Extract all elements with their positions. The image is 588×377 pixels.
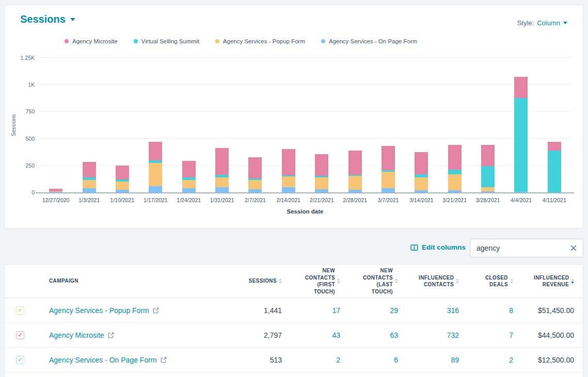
bar-segment[interactable] bbox=[481, 145, 495, 166]
bar-segment[interactable] bbox=[149, 142, 162, 160]
bar-segment[interactable] bbox=[83, 162, 96, 177]
bar-slot bbox=[338, 58, 371, 192]
bar-1/24/2021[interactable] bbox=[182, 161, 196, 192]
row-checkbox[interactable]: ✓ bbox=[16, 306, 24, 315]
bar-2/21/2021[interactable] bbox=[315, 154, 328, 192]
bar-segment[interactable] bbox=[182, 188, 196, 192]
column-header-label: SESSIONS bbox=[249, 277, 277, 285]
metric-link[interactable]: 89 bbox=[398, 356, 459, 364]
bar-segment[interactable] bbox=[248, 157, 262, 178]
column-header-new_contacts_last_touch[interactable]: NEW CONTACTS (LAST TOUCH) bbox=[340, 267, 398, 295]
bar-segment[interactable] bbox=[83, 180, 96, 189]
legend-item[interactable]: Agency Services - Popup Form bbox=[215, 38, 305, 44]
metric-link[interactable]: 6 bbox=[340, 356, 398, 364]
cell-new_contacts_last_touch: 29 bbox=[340, 306, 398, 315]
sort-asc-icon bbox=[571, 278, 574, 281]
bar-segment[interactable] bbox=[282, 176, 295, 187]
legend-dot-icon bbox=[321, 39, 325, 43]
bar-12/27/2020[interactable] bbox=[49, 189, 62, 192]
cell-influenced_revenue: $44,500.00 bbox=[513, 331, 583, 339]
metric-link[interactable]: 29 bbox=[340, 306, 398, 315]
plot-area: Sessions 12/27/20201/3/20211/10/20211/17… bbox=[39, 58, 571, 192]
bar-2/28/2021[interactable] bbox=[348, 151, 362, 192]
x-tick-label: 3/21/2021 bbox=[438, 197, 471, 203]
bar-segment[interactable] bbox=[382, 172, 395, 188]
bar-segment[interactable] bbox=[382, 188, 395, 192]
bar-segment[interactable] bbox=[548, 151, 561, 192]
bar-2/14/2021[interactable] bbox=[282, 149, 295, 192]
bar-segment[interactable] bbox=[514, 77, 528, 99]
y-tick-250: 250 bbox=[25, 162, 35, 169]
close-icon[interactable] bbox=[570, 244, 577, 252]
column-header-closed_deals[interactable]: CLOSED DEALS bbox=[459, 274, 513, 288]
bar-segment[interactable] bbox=[116, 166, 129, 179]
bar-segment[interactable] bbox=[182, 161, 196, 177]
bar-1/17/2021[interactable] bbox=[149, 142, 162, 192]
metric-link[interactable]: 63 bbox=[340, 331, 398, 339]
bar-1/3/2021[interactable] bbox=[83, 162, 96, 192]
bar-3/7/2021[interactable] bbox=[382, 146, 395, 192]
campaign-link[interactable]: Agency Microsite bbox=[49, 331, 114, 339]
row-checkbox[interactable]: ✓ bbox=[16, 356, 24, 364]
bar-segment[interactable] bbox=[315, 177, 328, 189]
bar-slot bbox=[438, 58, 471, 192]
metric-link[interactable]: 2 bbox=[282, 356, 340, 364]
legend-item[interactable]: Agency Services - On Page Form bbox=[321, 38, 417, 44]
metric-link[interactable]: 17 bbox=[282, 306, 340, 315]
column-header-influenced_contacts[interactable]: INFLUENCED CONTACTS bbox=[398, 274, 459, 288]
column-header-new_contacts_first_touch[interactable]: NEW CONTACTS (FIRST TOUCH) bbox=[282, 267, 340, 295]
bar-segment[interactable] bbox=[448, 170, 462, 174]
bar-2/7/2021[interactable] bbox=[248, 157, 262, 192]
bar-4/4/2021[interactable] bbox=[514, 77, 528, 192]
bar-segment[interactable] bbox=[514, 98, 528, 192]
sessions-chart-card: Sessions Style: Column Agency MicrositeV… bbox=[4, 5, 583, 228]
metric-link[interactable]: 43 bbox=[282, 331, 340, 339]
bar-1/10/2021[interactable] bbox=[116, 166, 129, 192]
bar-3/14/2021[interactable] bbox=[415, 152, 428, 192]
style-dropdown[interactable]: Column bbox=[537, 19, 567, 27]
bar-segment[interactable] bbox=[149, 163, 162, 186]
bar-segment[interactable] bbox=[382, 146, 395, 170]
bar-segment[interactable] bbox=[415, 177, 428, 190]
column-header-sessions[interactable]: SESSIONS bbox=[201, 277, 282, 285]
edit-columns-button[interactable]: Edit columns bbox=[410, 243, 466, 251]
bar-4/11/2021[interactable] bbox=[548, 142, 561, 192]
search-input[interactable] bbox=[470, 244, 570, 252]
page-title: Sessions bbox=[20, 13, 66, 25]
bar-3/28/2021[interactable] bbox=[481, 145, 495, 192]
metric-link[interactable]: 2 bbox=[459, 356, 513, 364]
bar-segment[interactable] bbox=[248, 180, 262, 189]
column-header-label: CLOSED DEALS bbox=[473, 274, 508, 288]
bar-3/21/2021[interactable] bbox=[448, 145, 462, 192]
campaign-link[interactable]: Agency Services - Popup Form bbox=[49, 306, 159, 315]
legend-item[interactable]: Virtual Selling Summit bbox=[134, 38, 199, 44]
bar-segment[interactable] bbox=[481, 187, 495, 191]
bar-segment[interactable] bbox=[282, 187, 295, 192]
bar-segment[interactable] bbox=[348, 151, 362, 174]
bar-segment[interactable] bbox=[83, 188, 96, 192]
metric-link[interactable]: 316 bbox=[398, 306, 459, 315]
metric-link[interactable]: 8 bbox=[459, 306, 513, 315]
bar-segment[interactable] bbox=[448, 145, 462, 170]
row-checkbox[interactable]: ✓ bbox=[16, 331, 24, 339]
bar-segment[interactable] bbox=[282, 149, 295, 175]
metric-link[interactable]: 732 bbox=[398, 331, 459, 339]
legend-item[interactable]: Agency Microsite bbox=[65, 38, 118, 44]
column-header-influenced_revenue[interactable]: INFLUENCED REVENUE bbox=[513, 274, 583, 288]
bar-segment[interactable] bbox=[116, 182, 129, 190]
bar-segment[interactable] bbox=[415, 152, 428, 174]
bar-1/31/2021[interactable] bbox=[215, 148, 229, 192]
bar-segment[interactable] bbox=[149, 186, 162, 192]
bar-segment[interactable] bbox=[448, 174, 462, 190]
bar-segment[interactable] bbox=[481, 166, 495, 188]
metric-link[interactable]: 7 bbox=[459, 331, 513, 339]
report-title-dropdown[interactable]: Sessions bbox=[20, 13, 75, 25]
bar-segment[interactable] bbox=[548, 142, 561, 151]
bar-segment[interactable] bbox=[348, 176, 362, 189]
bar-segment[interactable] bbox=[215, 187, 229, 192]
campaign-link[interactable]: Agency Services - On Page Form bbox=[49, 356, 167, 364]
bar-segment[interactable] bbox=[182, 180, 196, 188]
bar-segment[interactable] bbox=[315, 154, 328, 175]
bar-segment[interactable] bbox=[215, 148, 229, 175]
bar-segment[interactable] bbox=[215, 177, 229, 187]
